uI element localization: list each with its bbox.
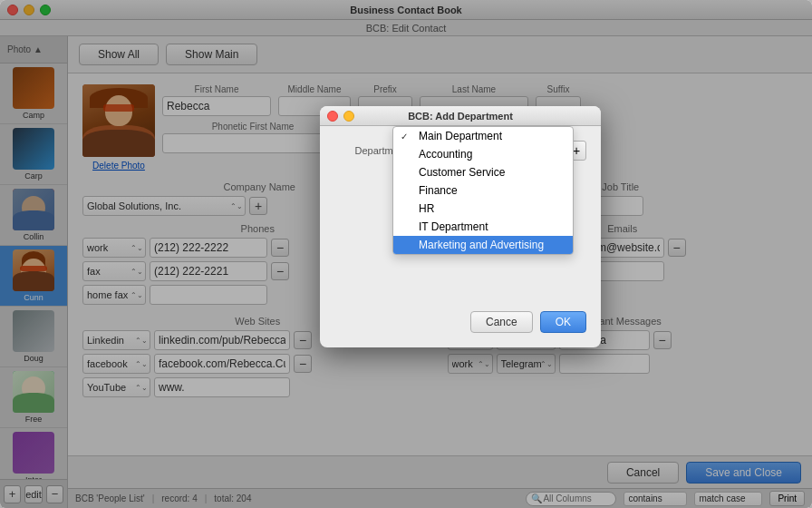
dept-option-customer-service[interactable]: Customer Service	[393, 163, 573, 181]
dept-customer-service-label: Customer Service	[419, 166, 505, 179]
modal-cancel-button[interactable]: Cance	[470, 311, 533, 333]
modal-footer: Cance OK	[320, 304, 601, 347]
dept-main-label: Main Department	[419, 130, 502, 142]
dept-option-accounting[interactable]: Accounting	[393, 145, 573, 163]
modal-title-bar: BCB: Add Department	[320, 106, 601, 126]
main-window: Business Contact Book BCB: Edit Contact …	[0, 0, 812, 508]
dept-it-label: IT Department	[419, 220, 488, 233]
modal-body: Department Main Department + ✓ Main Depa…	[320, 126, 601, 186]
dept-accounting-label: Accounting	[419, 148, 472, 161]
modal-overlay: BCB: Add Department Department Main Depa…	[0, 0, 812, 508]
dept-option-hr[interactable]: HR	[393, 200, 573, 218]
dept-option-main[interactable]: ✓ Main Department	[393, 127, 573, 145]
add-department-modal: BCB: Add Department Department Main Depa…	[320, 106, 601, 347]
dept-finance-label: Finance	[419, 184, 458, 197]
dept-hr-label: HR	[419, 202, 434, 215]
dept-option-it[interactable]: IT Department	[393, 218, 573, 236]
modal-controls	[327, 111, 354, 122]
modal-title: BCB: Add Department	[408, 111, 513, 122]
checkmark-icon: ✓	[401, 132, 413, 142]
dept-option-marketing[interactable]: Marketing and Advertising	[393, 236, 573, 254]
modal-ok-button[interactable]: OK	[540, 311, 586, 333]
dept-marketing-label: Marketing and Advertising	[419, 239, 544, 251]
modal-close-button[interactable]	[327, 111, 338, 122]
modal-minimize-button[interactable]	[343, 111, 354, 122]
dept-dropdown: ✓ Main Department Accounting Customer Se…	[392, 126, 574, 255]
dept-option-finance[interactable]: Finance	[393, 181, 573, 200]
